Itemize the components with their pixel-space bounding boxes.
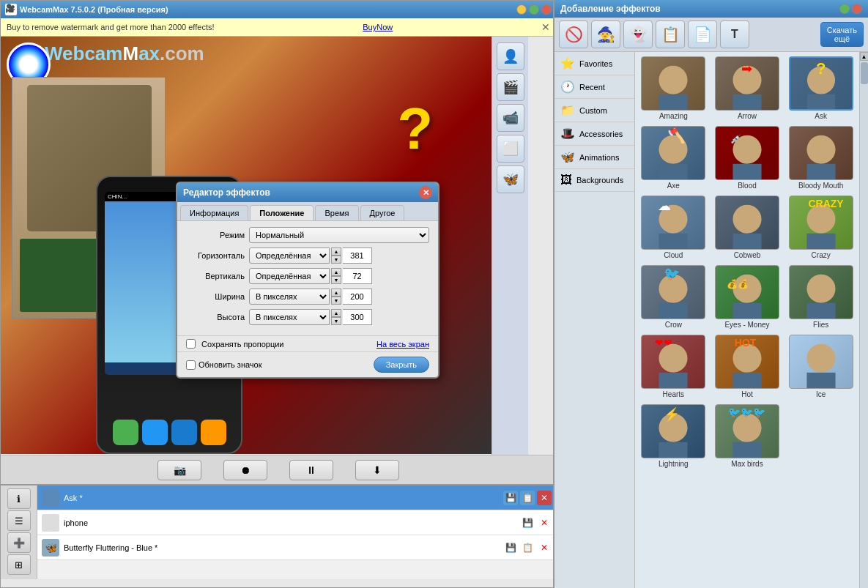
effects-scrollbar[interactable]: ▲ [859, 52, 868, 588]
effect-hearts[interactable]: ❤❤ Hearts [638, 333, 709, 400]
effects-close-button[interactable] [852, 4, 862, 14]
category-custom[interactable]: 📁 Custom [554, 99, 634, 122]
horizontal-value[interactable]: 381 [343, 248, 372, 264]
category-accessories[interactable]: 🎩 Accessories [554, 122, 634, 146]
layer-item-iphone[interactable]: iphone 💾 ✕ [37, 510, 556, 535]
vertical-type-select[interactable]: Определённая [249, 268, 330, 284]
capture-button[interactable]: 📷 [157, 460, 201, 480]
maximize-button[interactable] [529, 4, 539, 15]
update-icon-checkbox[interactable] [186, 360, 196, 370]
layer-delete-butterfly[interactable]: ✕ [537, 540, 552, 555]
effects-maximize-button[interactable] [839, 4, 850, 14]
scroll-thumb[interactable] [861, 62, 868, 84]
layer-copy-ask[interactable]: 📋 [520, 491, 535, 505]
eff-clipboard-button[interactable]: 📋 [656, 21, 685, 48]
effect-bloody-mouth[interactable]: Bloody Mouth [785, 124, 856, 191]
tab-time[interactable]: Время [315, 205, 358, 220]
vertical-value[interactable]: 72 [343, 268, 372, 284]
horizontal-type-select[interactable]: Определённая [249, 248, 330, 264]
scroll-up-arrow[interactable]: ▲ [860, 52, 869, 61]
eff-remove-button[interactable]: 🚫 [559, 21, 588, 48]
film-tool-button[interactable]: 🎬 [497, 73, 524, 101]
layer-copy-butterfly[interactable]: 📋 [520, 540, 535, 555]
layer-item-butterfly[interactable]: 🦋 Butterfly Fluttering - Blue * 💾 📋 ✕ [37, 535, 556, 560]
pause-button[interactable]: ⏸ [289, 460, 333, 480]
layer-item-ask[interactable]: Ask * 💾 📋 ✕ [37, 485, 556, 510]
effect-editor-close-btn[interactable]: Закрыть [374, 357, 429, 373]
width-value[interactable]: 200 [343, 289, 372, 305]
banner-close-button[interactable]: ✕ [541, 21, 550, 33]
keep-proportions-label[interactable]: Сохранять пропорции [201, 340, 284, 349]
effect-axe[interactable]: 🪓 Axe [638, 124, 709, 191]
eff-document-button[interactable]: 📄 [688, 21, 717, 48]
eff-text-button[interactable]: T [720, 21, 749, 48]
tab-info[interactable]: Информация [180, 205, 248, 220]
effect-amazing[interactable]: Amazing [638, 55, 709, 122]
effect-flies[interactable]: Flies [785, 264, 856, 330]
height-type-select[interactable]: В пикселях [249, 309, 330, 325]
width-type-select[interactable]: В пикселях [249, 289, 330, 305]
vertical-down-arrow[interactable]: ▼ [331, 276, 341, 284]
layer-save-butterfly[interactable]: 💾 [503, 540, 518, 555]
effect-hot[interactable]: HOT Hot [712, 333, 783, 400]
effect-cloud[interactable]: ☁ Cloud [638, 194, 709, 261]
backgrounds-icon: 🖼 [560, 174, 572, 187]
tab-other[interactable]: Другое [360, 205, 405, 220]
effect-lightning[interactable]: ⚡ Lightning [638, 403, 709, 469]
horizontal-spinner: Определённая ▲ ▼ 381 [249, 248, 372, 264]
height-value[interactable]: 300 [343, 309, 372, 325]
category-recent[interactable]: 🕐 Recent [554, 75, 634, 99]
layer-list-button[interactable]: ☰ [7, 510, 31, 531]
layer-grid-button[interactable]: ⊞ [7, 554, 31, 575]
eff-download-button[interactable]: Скачать ещё [820, 22, 864, 47]
horizontal-row: Горизонталь Определённая ▲ ▼ 381 [186, 248, 429, 264]
effect-blood[interactable]: 💉 Blood [712, 124, 783, 191]
webcammax-logo: WebcamMax.com [45, 42, 204, 65]
effect-thumb-cobweb [715, 196, 779, 250]
effect-crazy[interactable]: CRAZY Crazy [785, 194, 856, 261]
effect-arrow[interactable]: ➡ Arrow [712, 55, 783, 122]
height-up-arrow[interactable]: ▲ [331, 309, 341, 317]
width-up-arrow[interactable]: ▲ [331, 289, 341, 297]
effect-eyes-money[interactable]: 💰💰 Eyes - Money [712, 264, 783, 330]
frame-tool-button[interactable]: ⬜ [497, 135, 524, 163]
category-favorites[interactable]: ⭐ Favorites [554, 52, 634, 75]
fullscreen-link[interactable]: На весь экран [376, 340, 429, 349]
width-down-arrow[interactable]: ▼ [331, 297, 341, 305]
effect-ask[interactable]: ? Ask [785, 55, 856, 122]
app-title: WebcamMax 7.5.0.2 (Пробная версия) [20, 5, 516, 14]
download-button[interactable]: ⬇ [355, 460, 399, 480]
minimize-button[interactable] [516, 4, 527, 15]
buy-now-link[interactable]: BuyNow [363, 23, 393, 31]
update-icon-label[interactable]: Обновить значок [186, 360, 262, 370]
effect-cobweb[interactable]: Cobweb [712, 194, 783, 261]
eff-ghost-button[interactable]: 👻 [623, 21, 653, 48]
close-button[interactable] [541, 4, 552, 15]
person-tool-button[interactable]: 👤 [497, 42, 524, 70]
layer-save-ask[interactable]: 💾 [503, 491, 518, 505]
record-button[interactable]: ⏺ [223, 460, 267, 480]
phone-icon-app [201, 420, 226, 445]
effects-grid: Amazing ➡ Arrow ? Ask [635, 52, 859, 588]
keep-proportions-checkbox[interactable] [186, 339, 196, 349]
video-tool-button[interactable]: 📹 [497, 104, 524, 132]
effect-max-birds[interactable]: 🐦🐦🐦 Max birds [712, 403, 783, 469]
vertical-up-arrow[interactable]: ▲ [331, 268, 341, 276]
effect-ice[interactable]: Ice [785, 333, 856, 400]
horizontal-up-arrow[interactable]: ▲ [331, 248, 341, 256]
layer-info-button[interactable]: ℹ [7, 488, 31, 509]
eff-magic-button[interactable]: 🧙 [591, 21, 620, 48]
effect-editor-close-button[interactable]: ✕ [419, 186, 432, 199]
category-backgrounds[interactable]: 🖼 Backgrounds [554, 169, 634, 192]
tab-position[interactable]: Положение [250, 205, 314, 220]
horizontal-down-arrow[interactable]: ▼ [331, 256, 341, 264]
layer-delete-ask[interactable]: ✕ [537, 491, 552, 505]
effects-tool-button[interactable]: 🦋 [497, 165, 524, 193]
effect-crow[interactable]: 🐦 Crow [638, 264, 709, 330]
layer-delete-iphone[interactable]: ✕ [537, 516, 552, 530]
layer-add-button[interactable]: ➕ [7, 532, 31, 553]
mode-select[interactable]: Нормальный [249, 227, 429, 243]
category-animations[interactable]: 🦋 Animations [554, 146, 634, 169]
height-down-arrow[interactable]: ▼ [331, 317, 341, 325]
layer-save-iphone[interactable]: 💾 [520, 516, 535, 530]
